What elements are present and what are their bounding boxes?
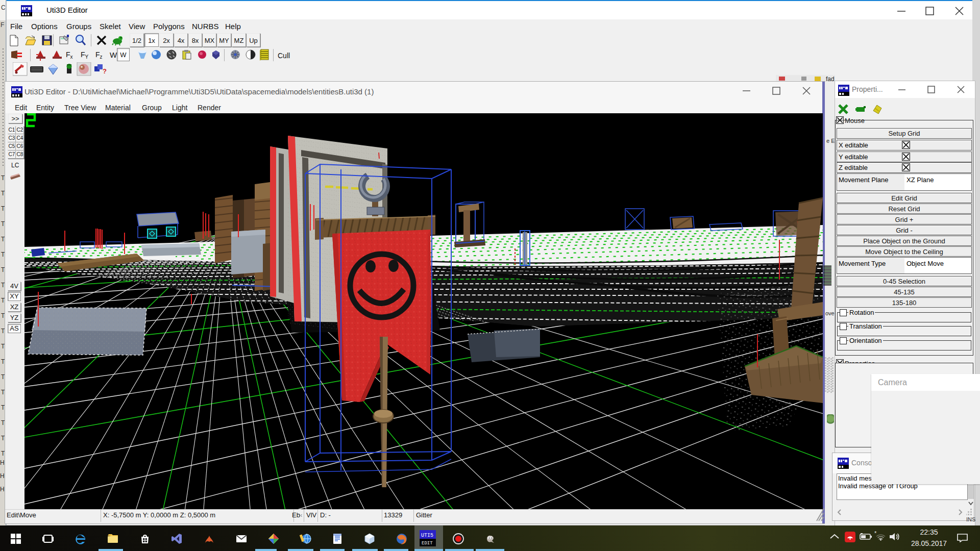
svg-text:?: ? — [103, 67, 107, 75]
svg-text:UTI5: UTI5 — [421, 533, 433, 538]
svg-text:FY: FY — [81, 51, 89, 60]
svg-text:W: W — [110, 51, 117, 59]
svg-text:Fx: Fx — [66, 51, 73, 60]
svg-text:EDIT: EDIT — [422, 541, 433, 546]
svg-text:*: * — [874, 531, 877, 536]
svg-text:Fz: Fz — [95, 51, 103, 60]
